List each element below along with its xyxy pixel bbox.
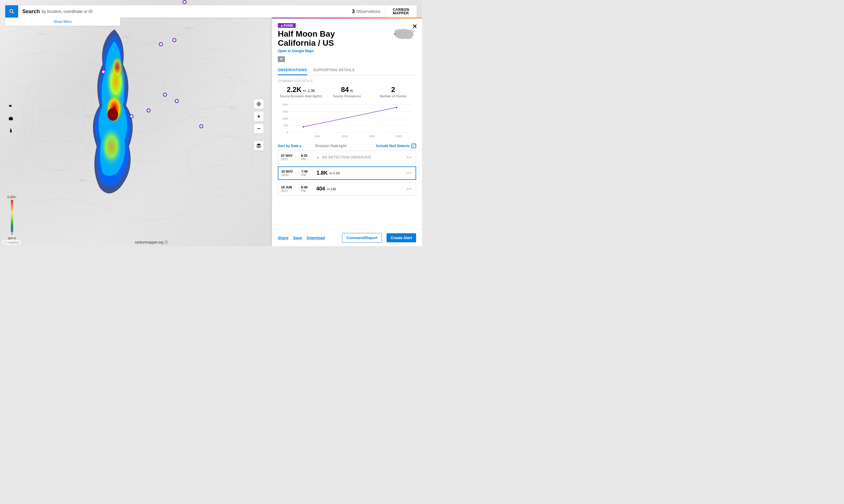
svg-point-3 xyxy=(176,67,234,108)
panel-tabs: OBSERVATIONS SUPPORTING DETAILS xyxy=(278,68,416,75)
create-alert-button[interactable]: Create Alert xyxy=(387,233,416,242)
obs-no-detection: ▲ NO DETECTION OBSERVED xyxy=(313,155,403,159)
legend-unit: ppm·p xyxy=(5,236,19,240)
google-maps-link[interactable]: Open in Google Maps xyxy=(278,49,314,53)
svg-rect-19 xyxy=(10,117,12,118)
svg-text:150 m: 150 m xyxy=(38,33,46,36)
stat-emission-rate: 2.2K +/- 1.3K Source Emission Rate (kg/h… xyxy=(278,86,324,98)
us-minimap xyxy=(392,27,416,41)
svg-rect-18 xyxy=(9,118,13,120)
svg-point-20 xyxy=(10,129,12,130)
observation-count-label: Observations xyxy=(356,9,380,14)
stat-persistence: 84 % Source Persistence xyxy=(324,86,370,98)
save-link[interactable]: Save xyxy=(293,236,302,240)
svg-point-16 xyxy=(10,10,13,13)
search-button[interactable] xyxy=(5,5,18,18)
top-bar: Search by location, coordinate or ID 3 O… xyxy=(5,5,417,18)
svg-point-43 xyxy=(303,126,304,127)
svg-point-44 xyxy=(396,107,397,108)
plume-marker[interactable] xyxy=(183,0,187,4)
svg-text:2019: 2019 xyxy=(342,135,347,138)
search-input[interactable]: Search by location, coordinate or ID xyxy=(18,5,118,18)
svg-text:500: 500 xyxy=(284,124,288,127)
observation-row[interactable]: 18 JUN20178:49PM404+/-136··· xyxy=(278,182,416,196)
obs-date: 15 NOV2020 xyxy=(279,170,299,177)
plume-marker[interactable] xyxy=(199,124,203,128)
plume-marker[interactable] xyxy=(102,70,106,74)
svg-text:1500: 1500 xyxy=(282,110,288,113)
obs-time: 8:25PM xyxy=(299,154,313,161)
observations-list-header: Sort by Date ▴ Emission Rate kg/hr Inclu… xyxy=(278,144,416,148)
svg-point-15 xyxy=(111,56,123,79)
svg-point-13 xyxy=(108,108,118,121)
download-link[interactable]: Download xyxy=(307,236,325,240)
site-attribution: carbonmapper.org ⓘ xyxy=(135,240,168,245)
observation-row[interactable]: 07 NOV20218:25PM▲ NO DETECTION OBSERVED·… xyxy=(278,150,416,164)
zoom-out-button[interactable]: − xyxy=(254,124,264,133)
plume-marker[interactable] xyxy=(146,108,151,112)
obs-date: 07 NOV2021 xyxy=(278,154,299,161)
share-link[interactable]: Share xyxy=(278,236,288,240)
svg-text:1000: 1000 xyxy=(282,117,288,120)
comment-report-button[interactable]: Comment/Report xyxy=(342,233,381,242)
search-placeholder: by location, coordinate or ID xyxy=(42,9,93,14)
panel-footer: Share Save Download Comment/Report Creat… xyxy=(272,229,422,246)
checkbox-checked-icon: ✓ xyxy=(411,144,416,148)
obs-date: 18 JUN2017 xyxy=(278,185,299,193)
color-legend: 6,000+ 0 ppm·p xyxy=(5,195,19,240)
legend-max: 6,000+ xyxy=(5,195,19,199)
source-badge: ▲ PHME xyxy=(278,23,296,28)
svg-point-14 xyxy=(100,126,123,167)
sort-by-date[interactable]: Sort by Date ▴ xyxy=(278,144,301,148)
left-toolbar xyxy=(8,104,14,133)
plume-marker[interactable] xyxy=(159,42,163,46)
svg-text:2000: 2000 xyxy=(282,103,288,106)
plume-marker[interactable] xyxy=(172,38,176,42)
svg-point-4 xyxy=(187,135,252,187)
locate-button[interactable] xyxy=(254,99,264,109)
zoom-in-button[interactable]: + xyxy=(254,111,264,121)
obs-more-button[interactable]: ··· xyxy=(403,155,416,160)
svg-line-17 xyxy=(12,12,14,14)
summary-statistics-label: SUMMARY STATISTICS xyxy=(278,79,416,83)
tab-supporting-details[interactable]: SUPPORTING DETAILS xyxy=(313,68,355,75)
mapbox-attribution[interactable]: ◯ mapbox xyxy=(2,240,21,245)
stat-plumes: 2 Number of Plumes xyxy=(370,86,416,98)
emission-chart: 05001000150020002018201920202021 xyxy=(278,103,416,138)
layers-tool-icon[interactable] xyxy=(8,116,14,121)
svg-text:300 m: 300 m xyxy=(229,106,237,109)
search-label: Search xyxy=(22,8,40,15)
layers-button[interactable] xyxy=(254,141,264,150)
include-null-detects-toggle[interactable]: Include Null Detects ✓ xyxy=(376,144,416,148)
obs-time: 7:46PM xyxy=(299,170,313,177)
carbon-mapper-logo[interactable]: CARBONMAPPER xyxy=(385,5,417,18)
flag-icon[interactable] xyxy=(8,104,14,110)
summary-statistics: 2.2K +/- 1.3K Source Emission Rate (kg/h… xyxy=(278,86,416,98)
chevron-down-icon xyxy=(280,58,283,60)
obs-time: 8:49PM xyxy=(299,185,313,193)
plume-heatmap xyxy=(73,23,155,211)
map-controls: + − xyxy=(254,99,264,150)
observations-list: 07 NOV20218:25PM▲ NO DETECTION OBSERVED·… xyxy=(278,150,416,196)
svg-text:2021: 2021 xyxy=(396,135,402,138)
legend-bar xyxy=(11,200,13,232)
observation-row[interactable]: 15 NOV20207:46PM1.8K+/-1.1K··· xyxy=(278,166,416,180)
tab-observations[interactable]: OBSERVATIONS xyxy=(278,68,307,75)
plume-marker[interactable] xyxy=(163,93,167,97)
svg-text:2018: 2018 xyxy=(314,135,320,138)
detail-panel: ✕ ▲ PHME Half Moon Bay California / US O… xyxy=(272,18,422,246)
crosshair-icon xyxy=(256,102,262,107)
svg-point-28 xyxy=(394,33,396,35)
obs-more-button[interactable]: ··· xyxy=(403,186,416,192)
column-emission-rate: Emission Rate kg/hr xyxy=(315,144,347,148)
person-icon[interactable] xyxy=(8,128,14,133)
svg-rect-21 xyxy=(10,130,12,132)
obs-more-button[interactable]: ··· xyxy=(403,170,416,176)
expand-toggle[interactable] xyxy=(278,56,285,62)
plume-marker[interactable] xyxy=(175,99,179,103)
svg-point-23 xyxy=(258,104,259,105)
layers-icon xyxy=(256,143,262,148)
show-filters-link[interactable]: Show filters xyxy=(54,20,72,24)
svg-text:0: 0 xyxy=(287,131,288,134)
plume-marker[interactable] xyxy=(129,114,133,119)
